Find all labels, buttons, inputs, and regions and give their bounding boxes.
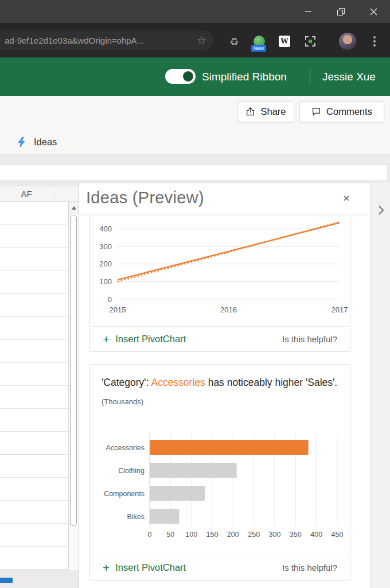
- insight-prefix: 'Category':: [102, 377, 151, 388]
- close-window-icon: [370, 8, 377, 16]
- w-icon: W: [279, 36, 290, 47]
- share-button[interactable]: Share: [237, 101, 294, 122]
- screen: { "colors": { "excel_green": "#1e7145", …: [0, 0, 390, 588]
- formula-band: [0, 155, 390, 185]
- svg-text:400: 400: [99, 225, 112, 233]
- column-header-af[interactable]: AF: [0, 185, 53, 202]
- insight-card-trend: 0100200300400500201520162017 + Insert Pi…: [89, 214, 350, 352]
- collapse-chevron-button[interactable]: [375, 203, 387, 217]
- simplified-ribbon-toggle[interactable]: [165, 69, 196, 84]
- insert-pivotchart-link[interactable]: + Insert PivotChart: [103, 562, 186, 574]
- insight-text: 'Category': Accessories has noticeably h…: [90, 365, 350, 390]
- url-text: ad-9ef1e2d1e03a&wdOrigin=ohpA...: [5, 36, 174, 45]
- svg-text:0: 0: [148, 531, 152, 539]
- svg-text:450: 450: [332, 531, 344, 539]
- chart-subtitle: (Thousands): [102, 397, 350, 406]
- minimize-icon: [305, 8, 312, 15]
- svg-text:250: 250: [248, 531, 260, 539]
- svg-text:2015: 2015: [110, 305, 126, 314]
- header-divider: [310, 69, 310, 84]
- pane-collapse-rail: [370, 183, 390, 588]
- svg-text:0: 0: [108, 295, 112, 304]
- new-badge: New: [251, 45, 266, 52]
- insight-highlight: Accessories: [151, 377, 205, 388]
- frame-icon: [305, 36, 316, 47]
- category-bar-chart: 050100150200250300350400450AccessoriesCl…: [90, 428, 351, 543]
- blue-indicator: [0, 578, 13, 583]
- ribbon-row: Ideas: [0, 129, 390, 155]
- svg-text:2017: 2017: [332, 305, 348, 314]
- insert-pivotchart-link[interactable]: + Insert PivotChart: [103, 333, 186, 345]
- card2-footer: + Insert PivotChart Is this helpful?: [90, 555, 350, 580]
- svg-text:150: 150: [206, 531, 219, 539]
- pane-title: Ideas (Preview): [86, 188, 204, 207]
- svg-text:300: 300: [269, 531, 281, 539]
- card1-footer: + Insert PivotChart Is this helpful?: [90, 326, 350, 351]
- comments-button[interactable]: Comments: [299, 101, 384, 122]
- svg-text:50: 50: [166, 531, 174, 539]
- svg-text:100: 100: [185, 531, 197, 539]
- share-label: Share: [260, 106, 286, 117]
- comments-icon: [311, 107, 321, 117]
- plus-icon: +: [103, 333, 110, 345]
- svg-text:200: 200: [227, 531, 239, 539]
- green-extension-icon[interactable]: New: [253, 35, 266, 48]
- insert-pivotchart-label: Insert PivotChart: [115, 562, 186, 573]
- svg-text:300: 300: [99, 242, 112, 251]
- insight-suffix: has noticeably higher 'Sales'.: [205, 377, 337, 388]
- address-bar[interactable]: ad-9ef1e2d1e03a&wdOrigin=ohpA... ☆: [0, 30, 213, 50]
- svg-text:Accessories: Accessories: [106, 444, 145, 452]
- toggle-label: Simplified Ribbon: [202, 57, 287, 96]
- recycle-extension-icon[interactable]: ♻: [228, 35, 240, 48]
- share-icon: [245, 107, 255, 117]
- browser-toolbar: ad-9ef1e2d1e03a&wdOrigin=ohpA... ☆ ♻ New…: [0, 23, 390, 57]
- insert-pivotchart-label: Insert PivotChart: [115, 334, 186, 345]
- svg-text:Clothing: Clothing: [118, 467, 145, 475]
- svg-text:350: 350: [290, 531, 302, 539]
- plus-icon: +: [103, 562, 110, 574]
- comments-label: Comments: [326, 106, 372, 117]
- pane-close-button[interactable]: ×: [338, 190, 354, 206]
- insight-card-category: 'Category': Accessories has noticeably h…: [89, 364, 350, 581]
- browser-menu-icon[interactable]: [369, 35, 380, 48]
- is-this-helpful-link[interactable]: Is this helpful?: [282, 334, 337, 344]
- svg-text:Bikes: Bikes: [127, 513, 145, 521]
- vertical-scrollbar[interactable]: [68, 202, 79, 570]
- user-name[interactable]: Jessie Xue: [322, 57, 376, 96]
- profile-avatar[interactable]: [339, 33, 356, 50]
- spreadsheet-grid[interactable]: [0, 202, 68, 570]
- screenshot-extension-icon[interactable]: [304, 35, 317, 48]
- is-this-helpful-link[interactable]: Is this helpful?: [282, 563, 337, 572]
- ideas-button[interactable]: Ideas: [34, 137, 57, 148]
- pane-title-row: Ideas (Preview) ×: [79, 183, 370, 214]
- formula-bar[interactable]: [0, 165, 387, 180]
- trend-line-chart: 0100200300400500201520162017: [90, 214, 350, 320]
- w-extension-icon[interactable]: W: [278, 35, 291, 48]
- ideas-pane: Ideas (Preview) × 0100200300400500201520…: [79, 183, 370, 588]
- svg-text:Components: Components: [104, 490, 145, 498]
- svg-text:100: 100: [99, 277, 112, 286]
- restore-icon: [337, 8, 345, 16]
- svg-text:2016: 2016: [220, 305, 237, 314]
- close-window-button[interactable]: [357, 0, 390, 23]
- chevron-right-icon: [377, 205, 384, 215]
- window-titlebar: [0, 0, 390, 23]
- svg-text:500: 500: [99, 214, 112, 216]
- toggle-knob: [183, 71, 193, 82]
- sheet-bottom-strip: [0, 570, 79, 588]
- svg-text:400: 400: [310, 531, 322, 539]
- up-arrow-icon: [72, 206, 76, 210]
- scroll-up-button[interactable]: [69, 202, 79, 214]
- scrollbar-thumb[interactable]: [70, 215, 77, 526]
- ideas-bolt-icon: [16, 137, 27, 148]
- svg-text:200: 200: [99, 260, 112, 268]
- minimize-button[interactable]: [292, 0, 325, 23]
- bookmark-star-icon[interactable]: ☆: [197, 35, 206, 46]
- excel-header: Simplified Ribbon Jessie Xue: [0, 57, 390, 96]
- command-bar: Share Comments: [0, 96, 390, 129]
- column-header-row: AF: [0, 185, 79, 202]
- restore-button[interactable]: [325, 0, 357, 23]
